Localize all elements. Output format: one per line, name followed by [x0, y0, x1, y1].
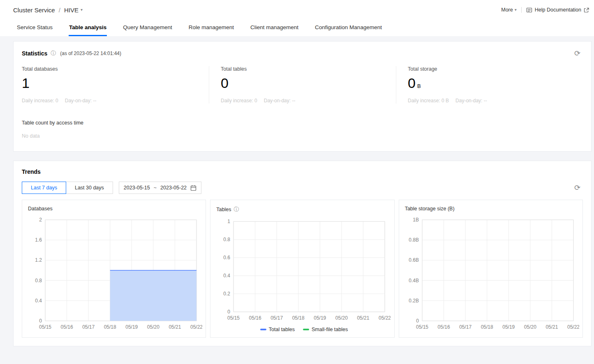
svg-text:05/21: 05/21 — [545, 324, 558, 330]
svg-text:0.8: 0.8 — [35, 278, 42, 283]
chart-title-label: Tables — [216, 207, 231, 212]
svg-text:05/16: 05/16 — [437, 324, 450, 330]
refresh-trends-button[interactable]: ⟳ — [572, 183, 583, 192]
svg-text:05/22: 05/22 — [379, 315, 391, 321]
no-data-text: No data — [22, 133, 583, 139]
svg-text:0.8: 0.8 — [224, 237, 231, 242]
tab-service-status[interactable]: Service Status — [16, 20, 53, 36]
day-on-day: Day-on-day: -- — [455, 98, 487, 104]
databases-chart: 00.40.81.21.6205/1505/1605/1705/1805/190… — [28, 215, 202, 333]
legend-label: Small-file tables — [312, 327, 348, 332]
trends-header: Trends — [22, 168, 583, 175]
table-count-by-access-time: Table count by access time No data — [22, 120, 583, 139]
svg-text:05/15: 05/15 — [227, 315, 240, 321]
breadcrumb: Cluster Service / HIVE ▾ — [13, 7, 83, 14]
metric-value: 1 — [22, 75, 209, 91]
daily-increase: Daily increase: 0 B — [408, 98, 449, 104]
date-end: 2023-05-22 — [160, 185, 187, 191]
tab-table-analysis[interactable]: Table analysis — [69, 20, 107, 36]
tab-label: Query Management — [123, 24, 172, 30]
storage-chart-panel: Table storage size (B) 00.2B0.4B0.6B0.8B… — [399, 200, 583, 338]
statistics-card: Statistics ⓘ (as of 2023-05-22 14:01:44)… — [13, 41, 592, 152]
metrics-row: Total databases 1 Daily increase: 0 Day-… — [22, 66, 583, 104]
refresh-statistics-button[interactable]: ⟳ — [572, 49, 583, 58]
statistics-title: Statistics — [22, 50, 47, 57]
content: Statistics ⓘ (as of 2023-05-22 14:01:44)… — [0, 36, 594, 364]
tab-query-management[interactable]: Query Management — [122, 20, 172, 36]
tables-chart-panel: Tables ⓘ 00.20.40.60.8105/1505/1605/1705… — [210, 200, 394, 338]
databases-chart-panel: Databases 00.40.81.21.6205/1505/1605/170… — [22, 200, 206, 338]
external-link-icon — [584, 7, 589, 13]
last-30-days-button[interactable]: Last 30 days — [66, 182, 113, 194]
breadcrumb-separator: / — [59, 7, 60, 14]
chevron-down-icon: ▾ — [81, 8, 83, 12]
help-documentation-link[interactable]: Help Documentation — [526, 7, 589, 13]
day-on-day: Day-on-day: -- — [65, 98, 97, 104]
tab-client-management[interactable]: Client management — [250, 20, 299, 36]
metric-value: 0 — [221, 75, 396, 91]
chart-title: Table storage size (B) — [405, 206, 580, 212]
divider — [521, 7, 522, 13]
more-menu-button[interactable]: More ▾ — [501, 7, 517, 13]
svg-text:0.4: 0.4 — [224, 273, 231, 279]
page: Cluster Service / HIVE ▾ More ▾ Help Doc — [0, 0, 594, 364]
legend-swatch-blue — [260, 329, 266, 330]
legend-small-file-tables[interactable]: Small-file tables — [303, 327, 348, 332]
statistics-as-of: (as of 2023-05-22 14:01:44) — [60, 51, 121, 56]
metric-total-databases: Total databases 1 Daily increase: 0 Day-… — [22, 66, 209, 104]
svg-text:0: 0 — [39, 318, 42, 324]
svg-text:0.8B: 0.8B — [409, 237, 419, 243]
metric-label: Total databases — [22, 66, 209, 72]
metric-total-tables: Total tables 0 Daily increase: 0 Day-on-… — [209, 66, 396, 104]
metric-detail: Daily increase: 0 Day-on-day: -- — [22, 98, 209, 104]
trends-title: Trends — [22, 168, 41, 175]
chart-title-label: Databases — [28, 206, 53, 212]
svg-text:0.2B: 0.2B — [409, 298, 419, 304]
daily-increase: Daily increase: 0 — [22, 98, 58, 104]
breadcrumb-cluster-service[interactable]: Cluster Service — [13, 7, 55, 14]
date-range-picker[interactable]: 2023-05-15 ~ 2023-05-22 — [119, 182, 201, 194]
tab-configuration-management[interactable]: Configuration Management — [314, 20, 382, 36]
svg-text:05/18: 05/18 — [104, 324, 116, 330]
trends-controls: Last 7 days Last 30 days 2023-05-15 ~ 20… — [22, 182, 583, 194]
metric-total-storage: Total storage 0B Daily increase: 0 B Day… — [396, 66, 583, 104]
svg-text:05/16: 05/16 — [61, 324, 73, 330]
storage-chart: 00.2B0.4B0.6B0.8B1B05/1505/1605/1705/180… — [405, 215, 579, 333]
svg-text:05/19: 05/19 — [314, 315, 326, 321]
svg-text:05/20: 05/20 — [147, 324, 159, 330]
tab-label: Service Status — [17, 24, 53, 30]
tab-role-management[interactable]: Role management — [188, 20, 234, 36]
svg-text:05/17: 05/17 — [459, 324, 472, 330]
day-on-day: Day-on-day: -- — [264, 98, 296, 104]
svg-text:1.2: 1.2 — [35, 257, 42, 263]
svg-text:2: 2 — [39, 217, 42, 223]
metric-label: Total storage — [408, 66, 583, 72]
statistics-header: Statistics ⓘ (as of 2023-05-22 14:01:44)… — [22, 49, 583, 58]
calendar-icon — [190, 185, 196, 191]
date-range-separator: ~ — [154, 185, 157, 191]
breadcrumb-service-selector[interactable]: HIVE ▾ — [64, 7, 83, 14]
tables-chart: 00.20.40.60.8105/1505/1605/1705/1805/190… — [216, 217, 391, 324]
chart-panels: Databases 00.40.81.21.6205/1505/1605/170… — [22, 200, 583, 338]
info-icon[interactable]: ⓘ — [51, 50, 56, 57]
top-actions: More ▾ Help Documentation — [501, 7, 589, 13]
legend-label: Total tables — [269, 327, 295, 332]
svg-text:05/15: 05/15 — [416, 324, 428, 330]
svg-text:05/18: 05/18 — [481, 324, 493, 330]
last-7-days-button[interactable]: Last 7 days — [22, 182, 66, 194]
metric-unit: B — [417, 83, 421, 89]
svg-text:0: 0 — [416, 318, 419, 324]
info-icon[interactable]: ⓘ — [233, 206, 239, 213]
metric-detail: Daily increase: 0 B Day-on-day: -- — [408, 98, 583, 104]
legend-total-tables[interactable]: Total tables — [260, 327, 295, 332]
svg-text:05/15: 05/15 — [39, 324, 51, 330]
svg-text:05/18: 05/18 — [292, 315, 305, 321]
svg-text:05/21: 05/21 — [169, 324, 181, 330]
svg-text:0.6B: 0.6B — [409, 257, 419, 263]
metric-number: 0 — [408, 75, 416, 91]
svg-text:05/19: 05/19 — [502, 324, 515, 330]
breadcrumb-current-label: HIVE — [64, 7, 79, 14]
svg-text:05/16: 05/16 — [249, 315, 261, 321]
daily-increase: Daily increase: 0 — [221, 98, 257, 104]
svg-text:0.4: 0.4 — [35, 298, 42, 304]
